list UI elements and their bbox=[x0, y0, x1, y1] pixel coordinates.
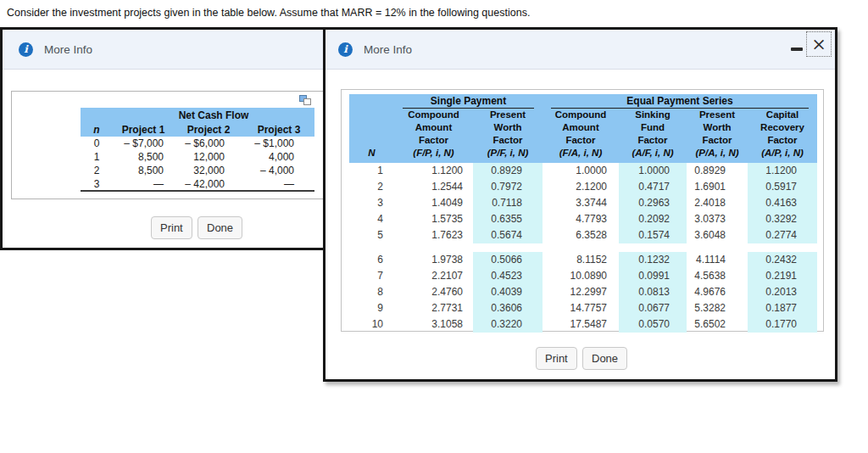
table-cell: 1.6901 bbox=[687, 179, 748, 195]
table-cell: 0.8929 bbox=[687, 163, 748, 179]
table-row: 41.57350.63554.77930.20923.03730.3292 bbox=[349, 211, 817, 227]
table-cell: 0.0570 bbox=[619, 316, 687, 333]
table-row: 72.21070.452310.08900.09914.56380.2191 bbox=[349, 268, 817, 284]
info-icon: i bbox=[19, 42, 33, 57]
table-cell: – 42,000 bbox=[174, 177, 243, 191]
table-cell: 0.1574 bbox=[619, 227, 687, 243]
table-cell: 2 bbox=[81, 164, 113, 177]
table-cell: 0.7972 bbox=[473, 179, 542, 195]
done-button[interactable]: Done bbox=[198, 216, 242, 239]
column-header: Project 3 bbox=[243, 122, 314, 137]
table-cell: 1.4049 bbox=[394, 195, 473, 211]
back-dialog-title: More Info bbox=[44, 43, 92, 56]
info-icon: i bbox=[338, 42, 353, 57]
column-header: Project 2 bbox=[174, 122, 243, 137]
column-header: CompoundAmountFactor(F/A, i, N) bbox=[542, 109, 619, 163]
table-row: 28,50032,000– 4,000 bbox=[81, 164, 314, 177]
table-cell: 3.3744 bbox=[542, 195, 619, 211]
table-cell: 0.4523 bbox=[473, 268, 542, 284]
table-cell: 1.1200 bbox=[394, 163, 473, 179]
table-cell: 12.2997 bbox=[542, 284, 619, 300]
table-cell: 0.4163 bbox=[748, 195, 817, 211]
more-info-dialog-front: i More Info × Single PaymentEqual Paymen… bbox=[323, 27, 837, 382]
table-row: 61.97380.50668.11520.12324.11140.2432 bbox=[349, 252, 817, 268]
print-button[interactable]: Print bbox=[536, 347, 577, 370]
table-cell: 0.2092 bbox=[619, 211, 687, 227]
front-dialog-header: i More Info × bbox=[326, 30, 835, 70]
table-cell: 8 bbox=[349, 284, 394, 300]
table-cell: – 4,000 bbox=[243, 164, 314, 177]
popout-icon[interactable] bbox=[299, 95, 312, 106]
column-header: CompoundAmountFactor(F/P, i, N) bbox=[394, 109, 473, 163]
table-cell: — bbox=[113, 177, 174, 191]
table-row: 0– $7,000– $6,000– $1,000 bbox=[81, 137, 314, 150]
table-cell: 4.1114 bbox=[687, 252, 748, 268]
print-button[interactable]: Print bbox=[151, 216, 192, 239]
table-cell: 1.2544 bbox=[394, 179, 473, 195]
factor-group-header: Single Payment bbox=[394, 94, 542, 109]
table-cell: 10 bbox=[349, 316, 394, 333]
table-cell: 6.3528 bbox=[542, 227, 619, 243]
table-row: 11.12000.89291.00001.00000.89291.1200 bbox=[349, 163, 817, 179]
table-cell: 0.0813 bbox=[619, 284, 687, 300]
front-dialog-title: More Info bbox=[364, 43, 412, 56]
table-cell: 3.1058 bbox=[394, 316, 473, 333]
table-cell: 3.6048 bbox=[687, 227, 748, 243]
table-cell: 4,000 bbox=[243, 150, 314, 164]
close-button[interactable]: × bbox=[806, 31, 832, 57]
column-header: CapitalRecoveryFactor(A/P, i, N) bbox=[748, 109, 817, 163]
table-cell: 14.7757 bbox=[542, 300, 619, 316]
table-cell: 17.5487 bbox=[542, 316, 619, 333]
table-cell: 1.5735 bbox=[394, 211, 473, 227]
cashflow-group-header: Net Cash Flow bbox=[113, 108, 314, 122]
table-cell: 0.0677 bbox=[619, 300, 687, 316]
table-cell: 32,000 bbox=[174, 164, 243, 177]
table-cell: 12,000 bbox=[174, 150, 243, 164]
table-row: 21.25440.79722.12000.47171.69010.5917 bbox=[349, 179, 817, 195]
table-cell: 6 bbox=[349, 252, 394, 268]
intro-text: Consider the investment projects given i… bbox=[7, 7, 530, 19]
table-cell: 9 bbox=[349, 300, 394, 316]
table-cell: 0.4039 bbox=[473, 284, 542, 300]
table-cell: 0.3292 bbox=[748, 211, 817, 227]
spacer-row bbox=[349, 243, 817, 252]
table-cell: 0.5917 bbox=[748, 179, 817, 195]
table-cell: 0.2191 bbox=[748, 268, 817, 284]
table-cell: 4.5638 bbox=[687, 268, 748, 284]
table-cell: 0.2432 bbox=[748, 252, 817, 268]
table-cell: 0.1877 bbox=[748, 300, 817, 316]
cashflow-header-row: nProject 1Project 2Project 3 bbox=[81, 122, 314, 137]
table-cell: 1.0000 bbox=[542, 163, 619, 179]
table-cell: 0 bbox=[81, 137, 113, 150]
table-cell: 10.0890 bbox=[542, 268, 619, 284]
factor-header-row: NCompoundAmountFactor(F/P, i, N)PresentW… bbox=[349, 109, 817, 163]
table-row: 18,50012,0004,000 bbox=[81, 150, 314, 164]
table-cell: – $7,000 bbox=[113, 137, 174, 150]
table-row: 31.40490.71183.37440.29632.40180.4163 bbox=[349, 195, 817, 211]
done-button[interactable]: Done bbox=[582, 347, 627, 370]
table-cell: 0.3220 bbox=[473, 316, 542, 333]
table-cell: 0.5066 bbox=[473, 252, 542, 268]
table-cell: 2.4018 bbox=[687, 195, 748, 211]
table-cell: 4 bbox=[349, 211, 394, 227]
table-cell: 0.4717 bbox=[619, 179, 687, 195]
table-cell: 0.3606 bbox=[473, 300, 542, 316]
table-cell: 1.0000 bbox=[619, 163, 687, 179]
table-cell: 4.9676 bbox=[687, 284, 748, 300]
table-cell: 0.1770 bbox=[748, 316, 817, 333]
table-cell: 4.7793 bbox=[542, 211, 619, 227]
factor-corner bbox=[349, 94, 394, 109]
table-cell: 1.1200 bbox=[748, 163, 817, 179]
table-cell: 0.1232 bbox=[619, 252, 687, 268]
table-cell: 1 bbox=[349, 163, 394, 179]
table-cell: 1.7623 bbox=[394, 227, 473, 243]
minimize-button[interactable] bbox=[791, 43, 803, 55]
table-cell: – $6,000 bbox=[174, 137, 243, 150]
factor-group-row: Single PaymentEqual Payment Series bbox=[349, 94, 817, 109]
table-cell: 3 bbox=[81, 177, 113, 191]
table-cell: 1.9738 bbox=[394, 252, 473, 268]
table-row: 3—– 42,000— bbox=[81, 177, 314, 191]
popout-icon-front-pane bbox=[303, 98, 311, 105]
table-row: 92.77310.360614.77570.06775.32820.1877 bbox=[349, 300, 817, 316]
table-cell: 2.4760 bbox=[394, 284, 473, 300]
